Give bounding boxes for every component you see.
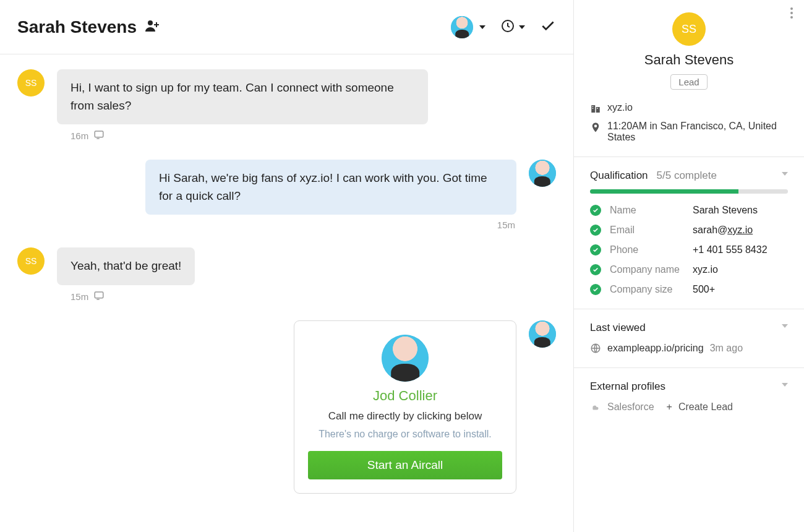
field-value: xyz.io [693, 264, 718, 275]
field-label: Email [610, 225, 684, 236]
section-header[interactable]: Last viewed [590, 322, 788, 334]
sidebar-contact-name: Sarah Stevens [644, 52, 733, 68]
check-icon [590, 264, 601, 275]
external-profile-row: Salesforce + Create Lead [590, 401, 788, 413]
message-time: 15m [497, 220, 515, 230]
add-user-icon[interactable] [145, 19, 160, 35]
external-profiles-section: External profiles Salesforce + Create Le… [574, 367, 804, 426]
call-card: Jod Collier Call me directly by clicking… [294, 320, 516, 494]
contact-avatar: SS [17, 247, 45, 275]
qualification-row: Name Sarah Stevens [590, 205, 788, 216]
header-actions [451, 16, 556, 38]
message-row: SS Yeah, that'd be great! [17, 247, 556, 285]
field-value: 500+ [693, 284, 715, 295]
svg-rect-9 [592, 108, 594, 109]
field-value: Sarah Stevens [693, 205, 758, 216]
more-menu-icon[interactable] [790, 7, 793, 19]
svg-rect-7 [596, 107, 600, 113]
card-subtitle: Call me directly by clicking below [328, 410, 482, 423]
last-viewed-time: 3m ago [710, 343, 743, 354]
field-label: Company name [610, 264, 684, 275]
last-viewed-section: Last viewed exampleapp.io/pricing 3m ago [574, 309, 804, 367]
lead-badge[interactable]: Lead [670, 74, 707, 90]
building-icon [590, 103, 601, 114]
message-row: Hi Sarah, we're big fans of xyz.io! I ca… [17, 160, 556, 215]
field-label: Name [610, 205, 684, 216]
section-header[interactable]: Qualification 5/5 complete [590, 169, 788, 182]
seen-icon [93, 129, 105, 142]
company-value: xyz.io [607, 102, 633, 113]
agent-avatar [529, 320, 556, 348]
message-meta: 15m [71, 290, 556, 303]
check-icon [590, 225, 601, 236]
qualification-section: Qualification 5/5 complete Name Sarah St… [574, 157, 804, 309]
plus-icon: + [667, 401, 672, 413]
salesforce-icon [590, 401, 601, 413]
start-call-button[interactable]: Start an Aircall [308, 451, 502, 479]
svg-rect-2 [154, 24, 159, 25]
message-meta: 16m [71, 129, 556, 142]
qualification-list: Name Sarah Stevens Email sarah@xyz.io Ph… [590, 205, 788, 295]
agent-avatar [451, 16, 473, 38]
message-row: SS Hi, I want to sign up for my team. Ca… [17, 69, 556, 124]
card-agent-name: Jod Collier [373, 388, 437, 404]
agent-avatar [529, 160, 556, 187]
snooze-picker[interactable] [500, 19, 525, 36]
qualification-progress-label: 5/5 complete [657, 169, 717, 182]
qualification-row: Email sarah@xyz.io [590, 225, 788, 236]
check-icon [590, 244, 601, 255]
close-conversation-button[interactable] [540, 18, 556, 36]
contact-sidebar: SS Sarah Stevens Lead xyz.io 11:20AM in … [574, 0, 804, 532]
svg-rect-4 [95, 131, 103, 137]
section-title: Qualification [590, 169, 648, 182]
section-title: External profiles [590, 380, 665, 393]
last-viewed-row[interactable]: exampleapp.io/pricing 3m ago [590, 343, 788, 354]
message-row: Jod Collier Call me directly by clicking… [17, 320, 556, 494]
message-meta: 15m [17, 220, 515, 230]
check-icon [590, 205, 601, 216]
qualification-row: Phone +1 401 555 8432 [590, 244, 788, 255]
contact-name: Sarah Stevens [17, 17, 137, 37]
chevron-down-icon [782, 172, 788, 176]
qualification-progress-bar [590, 189, 788, 194]
message-bubble[interactable]: Hi, I want to sign up for my team. Can I… [57, 69, 428, 124]
field-label: Phone [610, 244, 684, 255]
message-time: 16m [71, 131, 88, 141]
field-label: Company size [610, 284, 684, 295]
section-header[interactable]: External profiles [590, 380, 788, 393]
message-bubble[interactable]: Hi Sarah, we're big fans of xyz.io! I ca… [145, 160, 516, 215]
section-title: Last viewed [590, 322, 646, 334]
conversation-pane: Sarah Stevens SS Hi, I want to [0, 0, 574, 532]
conversation-thread: SS Hi, I want to sign up for my team. Ca… [0, 54, 573, 532]
chevron-down-icon [519, 25, 525, 29]
svg-rect-5 [95, 292, 103, 298]
chevron-down-icon [782, 383, 788, 387]
sidebar-info: xyz.io 11:20AM in San Francisco, CA, Uni… [590, 102, 788, 143]
field-value: sarah@xyz.io [693, 225, 753, 236]
qualification-row: Company name xyz.io [590, 264, 788, 275]
svg-rect-10 [597, 108, 598, 109]
seen-icon [93, 290, 105, 303]
check-icon [590, 284, 601, 295]
field-value: +1 401 555 8432 [693, 244, 768, 255]
message-time: 15m [71, 291, 88, 302]
location-row: 11:20AM in San Francisco, CA, United Sta… [590, 121, 788, 143]
qualification-row: Company size 500+ [590, 284, 788, 295]
globe-icon [590, 343, 601, 354]
card-note: There's no charge or software to install… [319, 429, 492, 440]
contact-avatar: SS [17, 69, 45, 97]
header-left: Sarah Stevens [17, 17, 160, 37]
assignee-picker[interactable] [451, 16, 485, 38]
create-lead-button[interactable]: Create Lead [678, 401, 733, 413]
last-viewed-url: exampleapp.io/pricing [607, 343, 704, 354]
svg-rect-8 [592, 106, 594, 108]
svg-point-0 [148, 20, 153, 25]
message-bubble[interactable]: Yeah, that'd be great! [57, 247, 195, 285]
location-value: 11:20AM in San Francisco, CA, United Sta… [607, 121, 788, 143]
location-icon [590, 122, 601, 133]
sidebar-header: SS Sarah Stevens Lead xyz.io 11:20AM in … [574, 0, 804, 157]
conversation-header: Sarah Stevens [0, 0, 573, 54]
email-domain-link[interactable]: xyz.io [727, 225, 753, 235]
external-profile-provider: Salesforce [607, 401, 654, 413]
contact-avatar-large: SS [672, 12, 706, 46]
